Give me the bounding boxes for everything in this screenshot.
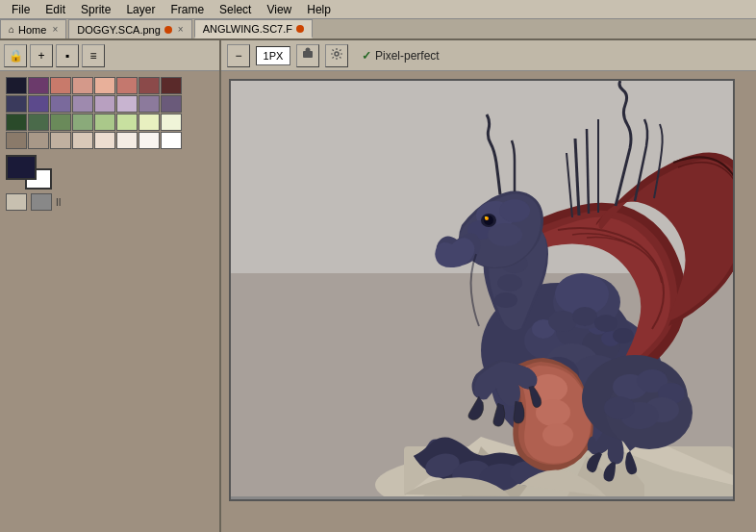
menu-help[interactable]: Help [299, 2, 339, 17]
minus-icon: − [235, 49, 241, 63]
palette-color-25[interactable] [28, 132, 49, 149]
palette-color-15[interactable] [161, 95, 182, 113]
toolbar: 🔒 + ▪ ≡ [0, 40, 219, 71]
lock-icon: 🔒 [9, 49, 23, 63]
zoom-input[interactable] [256, 46, 290, 65]
gear-icon [330, 47, 343, 63]
tab-bar: ⌂ Home × DOGGY.SCA.png × ANGLWING.SC7.F [0, 19, 756, 40]
main-layout: 🔒 + ▪ ≡ II [0, 40, 756, 532]
color-palette [6, 77, 214, 149]
svg-point-50 [572, 307, 597, 326]
svg-point-31 [542, 423, 573, 446]
tab-home-close[interactable]: × [52, 24, 58, 35]
palette-color-13[interactable] [116, 95, 138, 113]
palette-color-2[interactable] [50, 77, 71, 94]
palette-extra-label: II [56, 197, 62, 208]
svg-point-1 [306, 48, 311, 53]
home-icon: ⌂ [9, 24, 14, 35]
palette-color-30[interactable] [139, 132, 160, 149]
palette-color-18[interactable] [50, 114, 71, 131]
palette-color-27[interactable] [72, 132, 93, 149]
palette-extra: II [6, 193, 214, 211]
palette-color-17[interactable] [28, 114, 49, 131]
svg-point-51 [594, 315, 617, 332]
palette-color-0[interactable] [6, 77, 27, 94]
menu-frame[interactable]: Frame [163, 2, 212, 17]
tab-doggy[interactable]: DOGGY.SCA.png × [68, 19, 191, 38]
palette-color-16[interactable] [6, 114, 27, 131]
palette-color-11[interactable] [72, 95, 93, 113]
left-panel: 🔒 + ▪ ≡ II [0, 40, 221, 532]
palette-color-20[interactable] [94, 114, 115, 131]
menu-file[interactable]: File [4, 2, 38, 17]
tab-anglwing-indicator [296, 25, 304, 33]
tab-home[interactable]: ⌂ Home × [0, 19, 66, 38]
menu-edit[interactable]: Edit [38, 2, 73, 17]
svg-point-52 [613, 328, 634, 343]
palette-color-7[interactable] [161, 77, 182, 94]
layer-visibility-button[interactable]: ▪ [56, 44, 79, 67]
tab-home-label: Home [18, 24, 46, 36]
pixel-perfect-container: ✓ Pixel-perfect [362, 49, 440, 63]
palette-color-10[interactable] [50, 95, 71, 113]
checkmark-icon: ✓ [362, 49, 371, 63]
tab-modified-indicator [164, 26, 172, 34]
layer-tool-button[interactable] [296, 44, 319, 67]
canvas-frame [229, 79, 735, 501]
tab-anglwing[interactable]: ANGLWING.SC7.F [194, 19, 313, 38]
menu-icon: ≡ [89, 49, 96, 63]
palette-color-3[interactable] [72, 77, 93, 94]
palette-color-24[interactable] [6, 132, 27, 149]
palette-color-23[interactable] [161, 114, 182, 131]
palette-color-28[interactable] [94, 132, 115, 149]
menu-select[interactable]: Select [212, 2, 259, 17]
palette-color-1[interactable] [28, 77, 49, 94]
palette-color-9[interactable] [28, 95, 49, 113]
zoom-out-button[interactable]: − [227, 44, 250, 67]
palette-color-19[interactable] [72, 114, 93, 131]
extra-color-1[interactable] [6, 193, 27, 211]
layer-menu-button[interactable]: ≡ [82, 44, 105, 67]
layer-icon: ▪ [65, 49, 69, 63]
svg-point-42 [488, 223, 522, 246]
extra-color-2[interactable] [31, 193, 52, 211]
palette-color-31[interactable] [161, 132, 182, 149]
dragon-canvas[interactable] [231, 81, 733, 496]
settings-button[interactable] [325, 44, 348, 67]
palette-color-8[interactable] [6, 95, 27, 113]
palette-area: II [0, 71, 219, 216]
layer-tool-icon [301, 47, 315, 63]
menu-view[interactable]: View [259, 2, 299, 17]
tab-anglwing-label: ANGLWING.SC7.F [203, 23, 292, 35]
palette-color-4[interactable] [94, 77, 115, 94]
palette-color-12[interactable] [94, 95, 115, 113]
palette-color-5[interactable] [116, 77, 138, 94]
add-layer-button[interactable]: + [30, 44, 53, 67]
menu-bar: File Edit Sprite Layer Frame Select View… [0, 0, 756, 19]
canvas-viewport[interactable] [221, 71, 756, 532]
palette-color-26[interactable] [50, 132, 71, 149]
svg-point-2 [335, 52, 339, 56]
foreground-color[interactable] [6, 155, 37, 180]
palette-color-22[interactable] [139, 114, 160, 131]
svg-point-38 [494, 292, 517, 308]
palette-color-6[interactable] [139, 77, 160, 94]
svg-point-37 [497, 274, 522, 291]
palette-color-14[interactable] [139, 95, 160, 113]
canvas-toolbar: − ✓ [221, 40, 756, 71]
palette-color-21[interactable] [116, 114, 138, 131]
svg-point-46 [485, 216, 487, 218]
svg-point-60 [604, 396, 635, 419]
canvas-area: − ✓ [221, 40, 756, 532]
tab-doggy-close[interactable]: × [178, 24, 184, 35]
fg-bg-colors [6, 155, 52, 190]
tab-doggy-label: DOGGY.SCA.png [77, 24, 161, 36]
svg-point-40 [499, 199, 530, 222]
pixel-perfect-label: Pixel-perfect [375, 49, 440, 63]
plus-icon: + [38, 49, 44, 63]
menu-sprite[interactable]: Sprite [73, 2, 118, 17]
lock-button[interactable]: 🔒 [4, 44, 27, 67]
menu-layer[interactable]: Layer [118, 2, 163, 17]
palette-color-29[interactable] [116, 132, 138, 149]
